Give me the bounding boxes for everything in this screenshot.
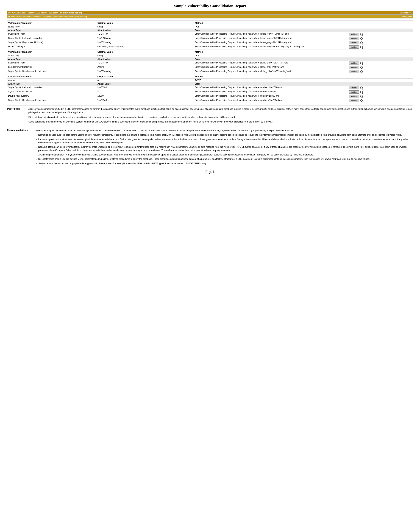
attack-value: %u201a0 — [97, 98, 178, 103]
orig-value: string — [97, 25, 178, 29]
section1-header: Vulnerable Parameter Original Value Meth… — [7, 20, 413, 25]
description-label: Description: — [7, 107, 21, 110]
error-text: Error Occurred While Processing Request.… — [194, 32, 348, 36]
attack-value: 1e309 — [97, 94, 178, 98]
action-cell: Validate — [348, 36, 413, 41]
attack-type-label2: Attack Type — [7, 57, 97, 61]
table-row: Single Quote (Left mark, Unicode) %u2018… — [7, 36, 413, 41]
search-icon[interactable] — [360, 66, 363, 69]
search-icon[interactable] — [360, 41, 363, 44]
attack-value: %u2019string — [97, 41, 178, 45]
search-icon[interactable] — [360, 62, 363, 64]
method-value: POST — [194, 79, 348, 82]
list-item: Implement positive filters that examine … — [38, 138, 413, 144]
search-icon[interactable] — [360, 99, 363, 102]
validate-button[interactable]: Validate — [349, 45, 359, 49]
section1-param-row: letters_only string POST — [7, 25, 413, 29]
attack-type: Single Quote (Baseline mark, Unicode) — [7, 98, 97, 103]
error-text: Error Occurred While Processing Request.… — [194, 98, 348, 103]
attack-type: SQL Comment Delimiter — [7, 90, 97, 94]
table-row: Single Quote (Baseline mark, Unicode) %u… — [7, 69, 413, 74]
section1-attack-header: Attack Type Attack Value Error — [7, 29, 413, 32]
section2-param-row: alpha_only string POST — [7, 54, 413, 58]
attack-type: Single Quote (Baseline mark, Unicode) — [7, 69, 97, 74]
validate-button[interactable]: Validate — [349, 95, 359, 98]
report-title: Sample Vulnerability Consolidation Repor… — [7, 4, 413, 8]
attack-type: SQL Comment Delimiter — [7, 65, 97, 69]
attack-type: Single Quote (Left mark, Unicode) — [7, 86, 97, 90]
validate-button[interactable]: Validate — [349, 37, 359, 40]
section3-attack-header: Attack Type Attack Value Error — [7, 82, 413, 86]
validate-button[interactable]: Validate — [349, 61, 359, 65]
search-icon[interactable] — [360, 95, 363, 98]
action-cell: Validate — [348, 45, 413, 49]
method-label2: Method — [194, 49, 348, 54]
action-cell: Validate — [348, 98, 413, 103]
attack-type-label: Attack Type — [7, 29, 97, 32]
attack-type: Double-float overflow — [7, 94, 97, 98]
orig-value-label: Original Value — [97, 20, 178, 25]
error-text: Error Occurred While Processing Request.… — [194, 36, 348, 41]
list-item: Normalize all user-supplied data before … — [38, 133, 413, 137]
vuln-param-label: Vulnerable Parameter — [7, 20, 97, 25]
attack-type: Single Quote (Left mark, Unicode) — [7, 36, 97, 41]
error-text: Error Occurred While Processing Request.… — [194, 61, 348, 65]
search-icon[interactable] — [360, 37, 363, 40]
vuln-table: Vulnerable Parameter Original Value Meth… — [7, 20, 413, 103]
action-cell: Validate — [348, 94, 413, 98]
action-cell: Validate — [348, 90, 413, 94]
list-item: Store user-supplied values with appropri… — [38, 162, 413, 165]
list-item: Avoid string concatenation for SQL query… — [38, 153, 413, 157]
method-label3: Method — [194, 74, 348, 79]
attack-value: char(0x27)char(0x27)string — [97, 45, 178, 49]
error-text: Error Occurred While Processing Request.… — [194, 69, 348, 74]
action-cell: Validate — [348, 61, 413, 65]
attack-type-label3: Attack Type — [7, 82, 97, 86]
action-cell: Validate — [348, 32, 413, 36]
description-para-3: Some databases provide methods for execu… — [28, 120, 413, 124]
method-value: POST — [194, 25, 348, 29]
attack-value: /*string — [97, 65, 178, 69]
validate-button[interactable]: Validate — [349, 41, 359, 44]
error-text: Error Occurred While Processing Request.… — [194, 41, 348, 45]
param-name: number — [7, 79, 97, 82]
validate-button[interactable]: Validate — [349, 90, 359, 94]
attack-value: /*0 — [97, 90, 178, 94]
action-cell: Validate — [348, 65, 413, 69]
attack-value-label3: Attack Value — [97, 82, 178, 86]
validate-button[interactable]: Validate — [349, 33, 359, 36]
search-icon[interactable] — [360, 70, 363, 73]
search-icon[interactable] — [360, 87, 363, 89]
section2-header: Vulnerable Parameter Original Value Meth… — [7, 49, 413, 54]
error-text: Error Occurred While Processing Request.… — [194, 86, 348, 90]
vuln-param-label3: Vulnerable Parameter — [7, 74, 97, 79]
recommendations-label: Recommendations: — [7, 129, 29, 132]
attack-value-label2: Attack Value — [97, 57, 178, 61]
orig-value: 0 — [97, 79, 178, 82]
list-item: SQL statements should use pre-defined vi… — [38, 158, 413, 161]
fig-caption: Fig. 1 — [7, 170, 413, 174]
table-row: SQL Comment Delimiter /*string Error Occ… — [7, 65, 413, 69]
action-cell: Validate — [348, 41, 413, 45]
error-text: Error Occurred While Processing Request.… — [194, 94, 348, 98]
search-icon[interactable] — [360, 33, 363, 36]
orig-value-label2: Original Value — [97, 49, 178, 54]
validate-button[interactable]: Validate — [349, 70, 359, 73]
vuln-param-label2: Vulnerable Parameter — [7, 49, 97, 54]
url-bar-2: URL: http://www.clearnertech.com:80/vuln… — [7, 15, 413, 18]
search-icon[interactable] — [360, 91, 363, 93]
orig-value-label3: Original Value — [97, 74, 178, 79]
table-row: Single Quote (Baseline mark, Unicode) %u… — [7, 98, 413, 103]
list-item: Negative filtering can also prevent atta… — [38, 145, 413, 152]
table-row: Single Quote (Left mark, Unicode) %u2018… — [7, 86, 413, 90]
recommendations-section: Recommendations: Several techniques can … — [7, 129, 413, 166]
error-label: Error — [194, 29, 348, 32]
table-row: Single Quote (Right mark, Unicode) %u201… — [7, 41, 413, 45]
table-row: Double CHAR(0x27) char(0x27)char(0x27)st… — [7, 45, 413, 49]
validate-button[interactable]: Validate — [349, 66, 359, 69]
attack-type: Double CHAR(0x27) — [7, 45, 97, 49]
validate-button[interactable]: Validate — [349, 99, 359, 102]
search-icon[interactable] — [360, 46, 363, 48]
validate-button[interactable]: Validate — [349, 86, 359, 89]
action-cell: Validate — [348, 86, 413, 90]
